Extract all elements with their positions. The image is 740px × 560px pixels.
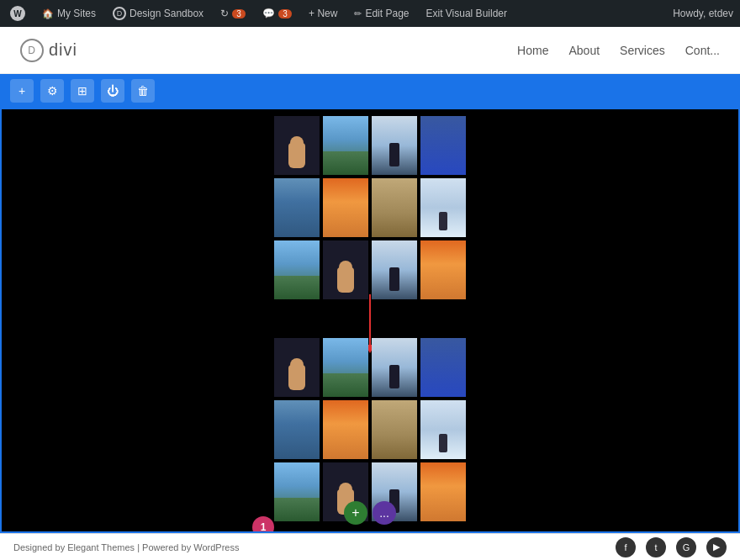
delete-button[interactable]: 🗑 <box>131 79 155 103</box>
nav-about[interactable]: About <box>568 44 600 57</box>
design-sandbox-link[interactable]: D Design Sandbox <box>109 7 207 20</box>
photo-14[interactable] <box>323 338 368 397</box>
photo-17[interactable] <box>274 400 320 459</box>
site-nav: Home About Services Cont... <box>517 44 720 57</box>
wp-icon: W <box>10 6 25 21</box>
gallery-row-1 <box>274 116 466 175</box>
edit-page-link[interactable]: ✏ Edit Page <box>351 8 412 19</box>
section-badge-1: 1 <box>252 516 274 533</box>
ellipsis-icon: ... <box>379 506 389 520</box>
toggle-button[interactable]: ⏻ <box>101 79 124 103</box>
photo-13[interactable] <box>274 338 320 397</box>
gear-icon: ⚙ <box>47 84 58 98</box>
gallery-top <box>274 116 466 299</box>
facebook-icon[interactable]: f <box>616 537 636 557</box>
builder-add-bar: + ... <box>344 501 396 525</box>
photo-19[interactable] <box>372 400 417 459</box>
comments-link[interactable]: 💬 3 <box>259 8 295 19</box>
comment-icon: 💬 <box>262 8 275 19</box>
more-options-button[interactable]: ... <box>373 501 396 525</box>
logo-circle: D <box>20 39 44 62</box>
howdy-text: Howdy, etdev <box>673 8 733 19</box>
gallery-row-2 <box>274 178 466 237</box>
photo-5[interactable] <box>274 178 320 237</box>
grid-icon: ⊞ <box>77 84 87 98</box>
photo-7[interactable] <box>372 178 417 237</box>
photo-12[interactable] <box>420 240 466 299</box>
new-content-link[interactable]: + New <box>305 8 341 19</box>
layout-button[interactable]: ⊞ <box>71 79 94 103</box>
photo-8[interactable] <box>420 178 466 237</box>
photo-20[interactable] <box>420 400 466 459</box>
add-section-button[interactable]: + <box>10 79 34 103</box>
gallery-row-4 <box>274 338 466 397</box>
wp-logo[interactable]: W <box>7 6 29 21</box>
gallery-row-5 <box>274 400 466 459</box>
site-logo[interactable]: D divi <box>20 39 77 62</box>
sandbox-icon: D <box>113 7 126 20</box>
plus-icon: + <box>18 84 25 98</box>
photo-15[interactable] <box>372 338 417 397</box>
photo-10[interactable] <box>323 240 368 299</box>
google-plus-icon[interactable]: G <box>676 537 696 557</box>
builder-toolbar: + ⚙ ⊞ ⏻ 🗑 <box>0 74 740 108</box>
house-icon: 🏠 <box>42 8 54 19</box>
photo-3[interactable] <box>372 116 417 175</box>
arrow-line <box>369 294 371 345</box>
nav-contact[interactable]: Cont... <box>685 44 720 57</box>
nav-services[interactable]: Services <box>620 44 665 57</box>
pencil-icon: ✏ <box>354 8 362 19</box>
add-module-button[interactable]: + <box>344 501 367 525</box>
footer-social: f t G ▶ <box>616 537 727 557</box>
footer-text: Designed by Elegant Themes | Powered by … <box>13 542 239 552</box>
photo-9[interactable] <box>274 240 320 299</box>
updates-link[interactable]: ↻ 3 <box>217 8 249 19</box>
refresh-icon: ↻ <box>220 8 229 19</box>
admin-bar: W 🏠 My Sites D Design Sandbox ↻ 3 💬 3 + … <box>0 0 740 27</box>
exit-builder-link[interactable]: Exit Visual Builder <box>422 8 510 19</box>
plus-icon: + <box>352 505 359 520</box>
photo-2[interactable] <box>323 116 368 175</box>
photo-18[interactable] <box>323 400 368 459</box>
photo-21[interactable] <box>274 462 320 521</box>
power-icon: ⏻ <box>107 84 119 98</box>
photo-24[interactable] <box>420 462 466 521</box>
photo-11[interactable] <box>372 240 417 299</box>
photo-1[interactable] <box>274 116 320 175</box>
photo-6[interactable] <box>323 178 368 237</box>
gallery-bottom <box>274 338 466 521</box>
footer-bar: Designed by Elegant Themes | Powered by … <box>0 533 740 560</box>
trash-icon: 🗑 <box>137 84 149 98</box>
youtube-icon[interactable]: ▶ <box>706 537 727 557</box>
photo-16[interactable] <box>420 338 466 397</box>
nav-home[interactable]: Home <box>517 44 548 57</box>
photo-4[interactable] <box>420 116 466 175</box>
settings-button[interactable]: ⚙ <box>40 79 64 103</box>
twitter-icon[interactable]: t <box>646 537 666 557</box>
my-sites-link[interactable]: 🏠 My Sites <box>39 8 99 19</box>
main-content: 1 + ... <box>0 108 740 533</box>
site-header: D divi Home About Services Cont... <box>0 27 740 74</box>
gallery-row-3 <box>274 240 466 299</box>
